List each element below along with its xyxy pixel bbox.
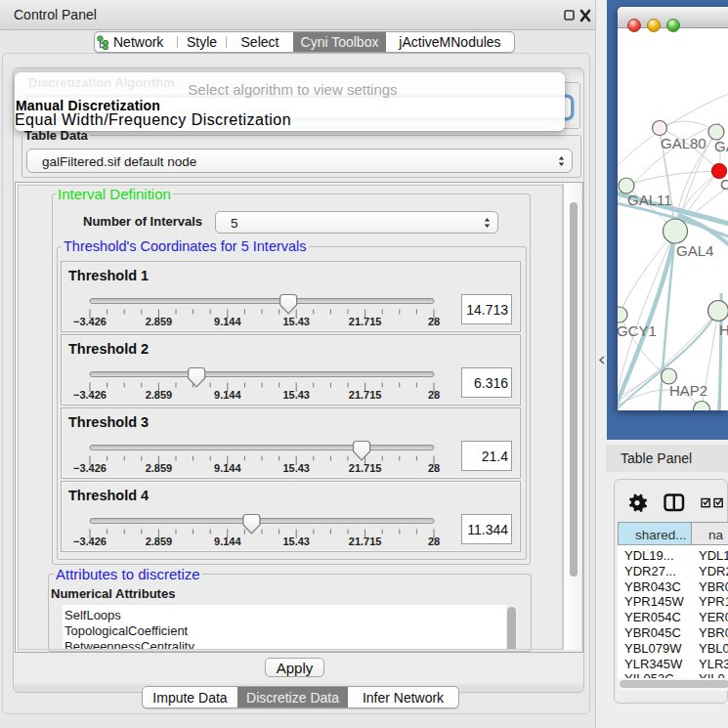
svg-text:C: C xyxy=(720,176,728,193)
svg-text:H: H xyxy=(719,321,728,338)
svg-text:GCY1: GCY1 xyxy=(618,322,657,339)
svg-text:HAP2: HAP2 xyxy=(669,382,707,399)
svg-text:GAL11: GAL11 xyxy=(627,192,672,208)
svg-text:GAL80: GAL80 xyxy=(661,135,707,151)
svg-text:GA: GA xyxy=(714,138,728,154)
svg-text:GAL4: GAL4 xyxy=(676,242,713,259)
